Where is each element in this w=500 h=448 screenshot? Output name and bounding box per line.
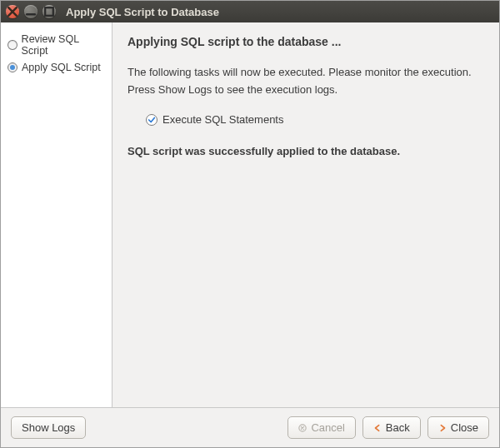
window-close-button[interactable] xyxy=(6,5,19,18)
svg-rect-0 xyxy=(45,7,53,16)
button-label: Cancel xyxy=(311,421,344,434)
cancel-icon xyxy=(298,424,307,432)
wizard-step-apply[interactable]: Apply SQL Script xyxy=(6,59,107,76)
window-minimize-button[interactable] xyxy=(24,5,38,18)
dialog-footer: Show Logs Cancel Back Close xyxy=(1,407,499,447)
task-check-icon xyxy=(146,114,158,126)
task-label: Execute SQL Statements xyxy=(162,112,283,127)
task-item: Execute SQL Statements xyxy=(146,112,484,127)
instruction-text: Press Show Logs to see the execution log… xyxy=(128,82,484,97)
dialog-window: Apply SQL Script to Database Review SQL … xyxy=(0,0,500,448)
page-heading: Applying SQL script to the database ... xyxy=(128,34,484,50)
close-icon xyxy=(6,5,19,18)
button-label: Show Logs xyxy=(22,421,75,434)
show-logs-button[interactable]: Show Logs xyxy=(11,416,86,439)
window-title: Apply SQL Script to Database xyxy=(66,6,219,18)
main-content: Applying SQL script to the database ... … xyxy=(112,22,499,407)
back-button[interactable]: Back xyxy=(362,416,421,439)
minimize-icon xyxy=(24,5,38,18)
body-area: Review SQL Script Apply SQL Script Apply… xyxy=(1,22,499,407)
wizard-step-label: Review SQL Script xyxy=(22,33,105,57)
cancel-button: Cancel xyxy=(288,416,355,439)
wizard-step-review[interactable]: Review SQL Script xyxy=(6,31,107,59)
window-maximize-button[interactable] xyxy=(42,5,56,18)
button-label: Close xyxy=(451,421,478,434)
close-button[interactable]: Close xyxy=(428,416,489,439)
wizard-step-label: Apply SQL Script xyxy=(22,62,101,73)
status-message: SQL script was successfully applied to t… xyxy=(128,144,484,159)
radio-icon-selected xyxy=(8,62,18,72)
wizard-sidebar: Review SQL Script Apply SQL Script xyxy=(1,22,112,407)
chevron-right-icon xyxy=(438,424,447,432)
chevron-left-icon xyxy=(373,424,382,432)
instruction-text: The following tasks will now be executed… xyxy=(128,65,484,80)
titlebar: Apply SQL Script to Database xyxy=(1,1,499,22)
radio-icon xyxy=(8,40,18,50)
maximize-icon xyxy=(42,5,56,18)
button-label: Back xyxy=(386,421,410,434)
